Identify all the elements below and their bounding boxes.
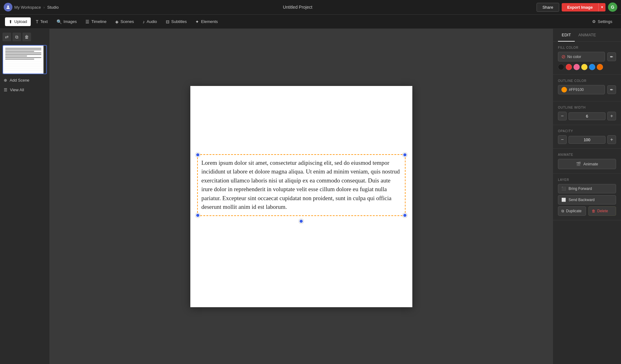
send-backward-icon: ⬜ <box>561 198 566 202</box>
canvas-area[interactable]: Lorem ipsum dolor sit amet, consectetur … <box>50 29 553 364</box>
outline-color-section: OUTLINE COLOR #FF9100 ✒ <box>553 75 621 101</box>
scene-delete-btn[interactable]: 🗑 <box>22 33 31 41</box>
swatch-red[interactable] <box>566 64 572 70</box>
no-color-icon: ⊘ <box>561 54 565 60</box>
animate-icon: 🎬 <box>576 162 581 166</box>
scenes-icon: ◈ <box>115 19 119 24</box>
thumb-line-7 <box>5 57 41 58</box>
fill-color-row: ⊘ No color ✒ <box>558 52 616 61</box>
scene-controls: ⇄ ⧉ 🗑 <box>0 31 49 43</box>
no-color-button[interactable]: ⊘ No color <box>558 52 605 61</box>
layer-duplicate-delete-row: ⧉ Duplicate 🗑 Delete <box>558 206 616 216</box>
tab-edit[interactable]: EDIT <box>558 29 575 42</box>
outline-eyedropper-button[interactable]: ✒ <box>607 85 616 94</box>
subtitles-button[interactable]: ⊟ Subtitles <box>162 17 191 26</box>
swatch-blue[interactable] <box>589 64 595 70</box>
text-icon: T <box>36 19 39 24</box>
handle-top-right[interactable] <box>403 153 407 157</box>
outline-color-swatch <box>561 87 567 92</box>
handle-bottom-right[interactable] <box>403 213 407 218</box>
workspace-avatar <box>4 3 12 11</box>
outline-color-label: OUTLINE COLOR <box>558 79 616 83</box>
canvas-paper: Lorem ipsum dolor sit amet, consectetur … <box>190 86 412 307</box>
audio-button[interactable]: ♪ Audio <box>139 17 161 26</box>
outline-width-increase[interactable]: + <box>607 112 616 120</box>
toolbar: ⬆ Upload T Text 🔍 Images ☰ Timeline ◈ Sc… <box>0 15 621 29</box>
thumb-line-5 <box>5 54 41 55</box>
upload-button[interactable]: ⬆ Upload <box>5 17 31 26</box>
handle-top-left[interactable] <box>196 153 200 157</box>
opacity-label: OPACITY <box>558 129 616 133</box>
images-button[interactable]: 🔍 Images <box>53 17 81 26</box>
fill-color-swatches <box>558 64 616 70</box>
settings-icon: ⚙ <box>592 19 596 24</box>
duplicate-icon: ⧉ <box>561 209 564 213</box>
workspace-link[interactable]: My Workspace <box>14 5 41 10</box>
opacity-section: OPACITY − 100 + <box>553 125 621 149</box>
handle-bottom-left[interactable] <box>196 213 200 218</box>
text-element[interactable]: Lorem ipsum dolor sit amet, consectetur … <box>197 154 406 216</box>
layer-section: LAYER ⬛ Bring Forward ⬜ Send Backward ⧉ … <box>553 174 621 220</box>
images-icon: 🔍 <box>57 19 62 24</box>
swatch-black[interactable] <box>558 64 564 70</box>
opacity-decrease[interactable]: − <box>558 135 567 144</box>
eyedropper-icon: ✒ <box>610 54 614 59</box>
delete-button[interactable]: 🗑 Delete <box>588 206 616 216</box>
audio-icon: ♪ <box>143 19 145 24</box>
svg-point-0 <box>7 6 9 7</box>
duplicate-button[interactable]: ⧉ Duplicate <box>558 206 586 216</box>
top-nav: My Workspace › Studio Untitled Project S… <box>0 0 621 15</box>
send-backward-button[interactable]: ⬜ Send Backward <box>558 195 616 204</box>
add-scene-icon: ⊕ <box>4 78 7 83</box>
animate-section-label: ANIMATE <box>558 153 616 156</box>
user-avatar[interactable]: G <box>608 2 617 12</box>
breadcrumb: My Workspace › Studio <box>4 3 59 11</box>
swatch-yellow[interactable] <box>581 64 587 70</box>
timeline-button[interactable]: ☰ Timeline <box>82 17 110 26</box>
export-button[interactable]: Export Image <box>562 3 598 11</box>
export-dropdown-button[interactable]: ▾ <box>598 3 605 11</box>
settings-button[interactable]: ⚙ Settings <box>588 17 616 26</box>
add-scene-button[interactable]: ⊕ Add Scene <box>0 75 49 85</box>
scenes-button[interactable]: ◈ Scenes <box>111 17 138 26</box>
thumb-line-8 <box>5 59 34 60</box>
scene-move-btn[interactable]: ⇄ <box>2 33 11 41</box>
view-all-button[interactable]: ☰ View All <box>0 85 49 95</box>
sidebar: ⇄ ⧉ 🗑 ⊕ Add Scene ☰ <box>0 29 50 364</box>
upload-icon: ⬆ <box>9 19 12 24</box>
thumb-line-4 <box>5 52 41 53</box>
right-panel: EDIT ANIMATE FILL COLOR ⊘ No color ✒ <box>553 29 621 364</box>
outline-color-button[interactable]: #FF9100 <box>558 85 605 94</box>
swatch-orange[interactable] <box>597 64 603 70</box>
animate-section: ANIMATE 🎬 Animate <box>553 149 621 174</box>
handle-rotate[interactable] <box>299 219 303 223</box>
outline-width-section: OUTLINE WIDTH − 6 + <box>553 101 621 125</box>
thumb-line-2 <box>5 49 41 50</box>
elements-button[interactable]: ✦ Elements <box>192 17 221 26</box>
subtitles-icon: ⊟ <box>166 19 170 24</box>
opacity-stepper: − 100 + <box>558 135 616 144</box>
text-content: Lorem ipsum dolor sit amet, consectetur … <box>202 159 401 212</box>
delete-icon: 🗑 <box>592 209 596 213</box>
top-nav-actions: Share Export Image ▾ G <box>537 2 617 12</box>
text-button[interactable]: T Text <box>32 17 51 26</box>
scene-copy-btn[interactable]: ⧉ <box>12 33 21 41</box>
outline-color-row: #FF9100 ✒ <box>558 85 616 94</box>
opacity-increase[interactable]: + <box>607 135 616 144</box>
share-button[interactable]: Share <box>537 3 559 12</box>
fill-color-section: FILL COLOR ⊘ No color ✒ <box>553 42 621 75</box>
fill-eyedropper-button[interactable]: ✒ <box>607 52 616 61</box>
thumb-line-6 <box>5 56 27 56</box>
view-all-icon: ☰ <box>4 88 7 92</box>
elements-icon: ✦ <box>195 19 199 24</box>
outline-width-decrease[interactable]: − <box>558 112 567 120</box>
opacity-value: 100 <box>569 136 605 144</box>
tab-animate[interactable]: ANIMATE <box>575 29 600 42</box>
studio-label: Studio <box>47 5 59 10</box>
swatch-pink[interactable] <box>573 64 580 70</box>
bring-forward-button[interactable]: ⬛ Bring Forward <box>558 184 616 193</box>
animate-button[interactable]: 🎬 Animate <box>558 159 616 169</box>
scene-thumbnail[interactable] <box>2 45 47 74</box>
panel-tabs: EDIT ANIMATE <box>553 29 621 42</box>
scene-preview <box>3 46 43 74</box>
